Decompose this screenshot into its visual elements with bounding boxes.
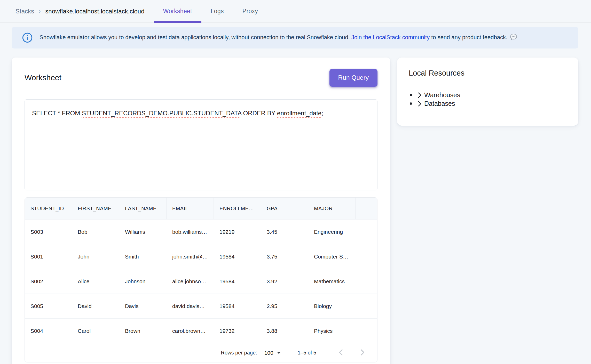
tab-worksheet[interactable]: Worksheet bbox=[154, 0, 201, 22]
table-cell: Carol bbox=[72, 319, 119, 343]
bullet-icon bbox=[410, 102, 412, 105]
table-cell: S002 bbox=[25, 269, 72, 294]
table-cell bbox=[356, 294, 377, 318]
pagination-buttons bbox=[328, 345, 370, 361]
active-tab-indicator bbox=[154, 21, 201, 23]
sql-text: SELECT * FROM bbox=[32, 110, 82, 117]
table-cell: david.davis… bbox=[167, 294, 214, 318]
table-row[interactable]: S002AliceJohnsonalice.johnso…195843.92Ma… bbox=[25, 269, 377, 294]
table-cell bbox=[356, 269, 377, 294]
table-cell: Physics bbox=[308, 319, 356, 343]
top-navigation-bar: Stacks › snowflake.localhost.localstack.… bbox=[0, 0, 591, 23]
tree-item-warehouses[interactable]: Warehouses bbox=[404, 91, 578, 99]
column-header-empty bbox=[356, 198, 377, 219]
table-cell bbox=[356, 220, 377, 244]
tab-proxy[interactable]: Proxy bbox=[233, 0, 267, 22]
local-resources-title: Local Resources bbox=[404, 69, 578, 77]
resources-tree: WarehousesDatabases bbox=[404, 91, 578, 108]
chevron-right-icon bbox=[358, 349, 366, 357]
table-cell: Bob bbox=[72, 220, 119, 244]
worksheet-header: Worksheet Run Query bbox=[25, 68, 377, 87]
table-cell: Mathematics bbox=[308, 269, 356, 294]
info-icon bbox=[22, 32, 33, 43]
table-cell: David bbox=[72, 294, 119, 318]
table-cell: alice.johnso… bbox=[167, 269, 214, 294]
chevron-right-icon bbox=[416, 100, 423, 107]
column-header-enrollme-: ENROLLME… bbox=[214, 198, 261, 219]
rows-per-page-value: 100 bbox=[264, 350, 273, 356]
table-cell: Alice bbox=[72, 269, 119, 294]
chevron-right-icon bbox=[416, 92, 423, 99]
table-cell: 3.45 bbox=[261, 220, 308, 244]
next-page-button[interactable] bbox=[354, 345, 370, 361]
table-cell: 2.95 bbox=[261, 294, 308, 318]
caret-down-icon bbox=[277, 352, 281, 354]
sql-text: ; bbox=[321, 110, 323, 117]
table-cell: Engineering bbox=[308, 220, 356, 244]
table-cell: carol.brown… bbox=[167, 319, 214, 343]
table-cell: 3.88 bbox=[261, 319, 308, 343]
table-cell bbox=[356, 244, 377, 269]
bullet-icon bbox=[410, 94, 412, 96]
previous-page-button[interactable] bbox=[333, 345, 349, 361]
breadcrumb: Stacks › snowflake.localhost.localstack.… bbox=[0, 0, 145, 22]
sql-editor[interactable]: SELECT * FROM STUDENT_RECORDS_DEMO.PUBLI… bbox=[25, 99, 377, 190]
table-cell: Johnson bbox=[119, 269, 167, 294]
table-cell: S003 bbox=[25, 220, 72, 244]
banner-text-after: to send any product feedback. bbox=[430, 34, 507, 41]
table-cell: 19219 bbox=[214, 220, 261, 244]
table-row[interactable]: S005DavidDavisdavid.davis…195842.95Biolo… bbox=[25, 294, 377, 318]
table-header-row: STUDENT_IDFIRST_NAMELAST_NAMEEMAILENROLL… bbox=[25, 198, 377, 219]
table-cell: Smith bbox=[119, 244, 167, 269]
column-header-email: EMAIL bbox=[167, 198, 214, 219]
table-row[interactable]: S003BobWilliamsbob.williams…192193.45Eng… bbox=[25, 219, 377, 244]
table-pagination: Rows per page: 100 1–5 of 5 bbox=[25, 343, 377, 362]
run-query-button[interactable]: Run Query bbox=[329, 69, 377, 87]
table-cell: S004 bbox=[25, 319, 72, 343]
tree-item-label: Databases bbox=[424, 100, 455, 107]
breadcrumb-stacks-link[interactable]: Stacks bbox=[15, 8, 34, 15]
community-link[interactable]: Join the LocalStack community bbox=[351, 34, 430, 41]
column-header-student-id: STUDENT_ID bbox=[25, 198, 72, 219]
table-cell: bob.williams… bbox=[167, 220, 214, 244]
tab-logs[interactable]: Logs bbox=[201, 0, 233, 22]
worksheet-panel: Worksheet Run Query SELECT * FROM STUDEN… bbox=[12, 58, 390, 364]
table-cell bbox=[356, 319, 377, 343]
table-cell: Computer S… bbox=[308, 244, 356, 269]
table-cell: Davis bbox=[119, 294, 167, 318]
main-content: Worksheet Run Query SELECT * FROM STUDEN… bbox=[12, 58, 591, 364]
table-cell: John bbox=[72, 244, 119, 269]
table-cell: Williams bbox=[119, 220, 167, 244]
speech-bubble-icon bbox=[510, 35, 517, 42]
table-cell: Brown bbox=[119, 319, 167, 343]
table-cell: Biology bbox=[308, 294, 356, 318]
table-row[interactable]: S001JohnSmithjohn.smith@…195843.75Comput… bbox=[25, 244, 377, 269]
banner-text: Snowflake emulator allows you to develop… bbox=[40, 34, 517, 42]
table-cell: 19584 bbox=[214, 269, 261, 294]
sql-identifier: enrollment_date bbox=[277, 110, 321, 117]
table-cell: S005 bbox=[25, 294, 72, 318]
pagination-range: 1–5 of 5 bbox=[298, 350, 316, 356]
table-cell: 19584 bbox=[214, 244, 261, 269]
breadcrumb-current-stack: snowflake.localhost.localstack.cloud bbox=[45, 8, 144, 15]
column-header-gpa: GPA bbox=[261, 198, 308, 219]
table-cell: 19732 bbox=[214, 319, 261, 343]
tab-bar: WorksheetLogsProxy bbox=[154, 0, 267, 22]
column-header-first-name: FIRST_NAME bbox=[72, 198, 119, 219]
tree-item-databases[interactable]: Databases bbox=[404, 99, 578, 108]
info-banner: Snowflake emulator allows you to develop… bbox=[12, 27, 578, 48]
table-cell: S001 bbox=[25, 244, 72, 269]
results-table: STUDENT_IDFIRST_NAMELAST_NAMEEMAILENROLL… bbox=[25, 197, 377, 362]
table-body: S003BobWilliamsbob.williams…192193.45Eng… bbox=[25, 219, 377, 343]
table-row[interactable]: S004CarolBrowncarol.brown…197323.88Physi… bbox=[25, 318, 377, 343]
table-cell: 19584 bbox=[214, 294, 261, 318]
rows-per-page-label: Rows per page: bbox=[221, 350, 257, 356]
rows-per-page-select[interactable]: 100 bbox=[264, 350, 281, 356]
column-header-last-name: LAST_NAME bbox=[119, 198, 167, 219]
banner-text-before: Snowflake emulator allows you to develop… bbox=[40, 34, 351, 41]
chevron-left-icon bbox=[337, 349, 345, 357]
sql-identifier: STUDENT_RECORDS_DEMO.PUBLIC.STUDENT_DATA bbox=[82, 110, 241, 117]
worksheet-title: Worksheet bbox=[25, 73, 61, 82]
sql-text: ORDER BY bbox=[241, 110, 277, 117]
table-cell: 3.75 bbox=[261, 244, 308, 269]
